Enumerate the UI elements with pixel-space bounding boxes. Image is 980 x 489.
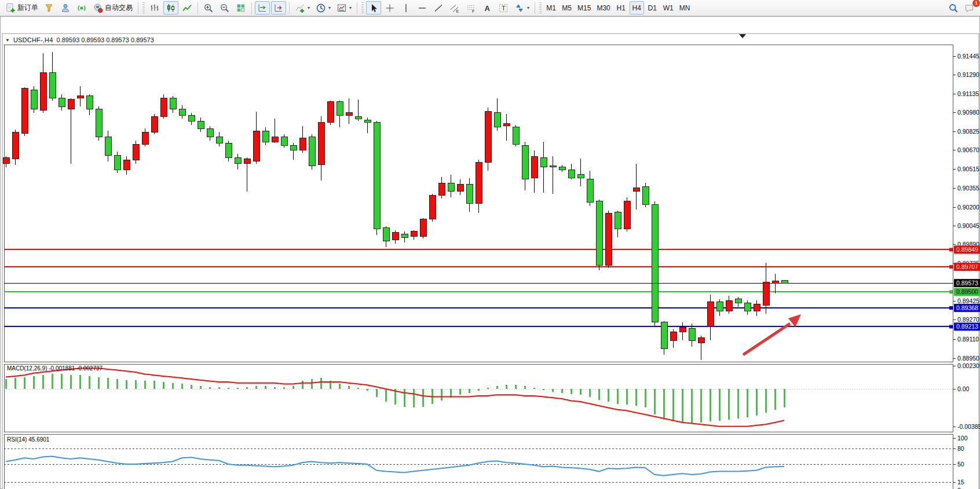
level-line-handle[interactable] [949, 290, 953, 293]
tf-mn-button[interactable]: MN [677, 1, 693, 14]
candle-body [133, 144, 139, 160]
line-chart-button[interactable] [180, 1, 195, 14]
candle-body [707, 302, 714, 326]
vertical-line-button[interactable] [398, 1, 414, 14]
tf-m5-button[interactable]: M5 [560, 1, 574, 14]
candle-body [105, 137, 111, 155]
crosshair-button[interactable] [382, 1, 397, 14]
candle-body [309, 137, 315, 166]
tf-d1-button[interactable]: D1 [645, 1, 660, 14]
auto-scroll-button[interactable] [255, 1, 270, 14]
toolbar-grip[interactable] [361, 2, 364, 14]
candle-body [429, 195, 436, 219]
autotrading-button[interactable]: 自动交易 [90, 1, 135, 14]
rsi-axis-label: 15 [957, 479, 964, 486]
level-price-label: 0.89707 [956, 263, 978, 270]
horizontal-line-button[interactable] [415, 1, 430, 14]
tf-h4-button[interactable]: H4 [630, 1, 644, 14]
template-icon [337, 3, 347, 13]
toolbar-separator [535, 2, 535, 14]
channel-button[interactable]: E [447, 1, 462, 14]
chart-window[interactable]: ▼ USDCHF-,H4 0.89593 0.89593 0.89573 0.8… [0, 16, 980, 489]
trendline-button[interactable] [431, 1, 446, 14]
candle-body [355, 116, 361, 119]
candle-body [346, 113, 352, 115]
search-button[interactable] [946, 1, 961, 14]
main-toolbar: 新订单自动交易▾▾▾EFAT▾M1M5M15M30H1H4D1W1MN1 [0, 0, 980, 16]
level-line-handle[interactable] [949, 248, 953, 251]
notifications-button[interactable]: 1 [962, 1, 977, 14]
zoom-out-button[interactable] [217, 1, 232, 14]
level-line-handle[interactable] [949, 306, 953, 310]
tf-w1-button[interactable]: W1 [661, 1, 676, 14]
channel-icon: E [449, 3, 460, 13]
level-price-label: 0.89213 [956, 323, 978, 330]
clock-icon [316, 3, 326, 13]
tf-h1-button[interactable]: H1 [614, 1, 628, 14]
periods-button[interactable]: ▾ [313, 1, 333, 14]
tiles-icon [236, 3, 246, 13]
candle-body [225, 143, 232, 157]
price-axis-label: 0.90515 [957, 166, 979, 172]
rsi-pane[interactable] [4, 434, 953, 489]
collapse-chart-icon[interactable]: ▼ [5, 38, 10, 43]
chart-title-bar: ▼ USDCHF-,H4 0.89593 0.89593 0.89573 0.8… [5, 36, 154, 43]
candle-body [21, 89, 28, 133]
arrows-button[interactable]: ▾ [512, 1, 532, 14]
community-button[interactable] [58, 1, 73, 14]
toolbar-grip[interactable] [142, 2, 145, 14]
candle-body [151, 116, 158, 132]
chart-shift-button[interactable] [271, 1, 286, 14]
chart-canvas[interactable]: 0.914450.912900.911350.909800.908250.906… [1, 17, 980, 489]
macd-axis-label: 0.00 [957, 385, 970, 392]
signals-button[interactable] [74, 1, 89, 14]
label-button[interactable]: T [496, 1, 511, 14]
candle-body [299, 138, 306, 150]
doc-plus-icon [5, 3, 16, 13]
level-line-handle[interactable] [949, 325, 953, 328]
candle-body [661, 322, 667, 349]
candle-body [401, 234, 408, 237]
cursor-button[interactable] [366, 1, 381, 14]
price-axis-label: 0.89425 [957, 297, 979, 304]
toolbar-separator [138, 2, 138, 14]
candle-body [550, 166, 556, 167]
rsi-axis-label: 100 [957, 435, 968, 442]
candle-body [142, 132, 148, 144]
funnel-icon [44, 3, 54, 13]
rsi-indicator-label: RSI(14) 45.6901 [7, 436, 50, 443]
candle-body [374, 123, 380, 229]
level-line-handle[interactable] [949, 265, 953, 269]
candle-body [522, 145, 528, 179]
fibonacci-button[interactable]: F [463, 1, 478, 14]
toolbar-separator [198, 2, 198, 14]
bar-chart-button[interactable] [147, 1, 162, 14]
candle-body [3, 157, 9, 163]
tile-windows-button[interactable] [233, 1, 248, 14]
candle-chart-button[interactable] [163, 1, 178, 14]
indicators-button[interactable]: ▾ [292, 1, 312, 14]
text-button[interactable]: A [480, 1, 495, 14]
candle-body [587, 179, 593, 203]
current-price-label: 0.89573 [956, 280, 978, 286]
candle-body [318, 123, 324, 165]
price-axis-label: 0.90980 [957, 109, 979, 116]
tf-m30-button[interactable]: M30 [594, 1, 612, 14]
mql-editor-button[interactable] [42, 1, 57, 14]
rsi-axis-label: 0 [957, 487, 961, 489]
candle-body [476, 163, 482, 204]
candle-body [160, 98, 167, 116]
templates-button[interactable]: ▾ [334, 1, 354, 14]
candle-body [281, 137, 287, 146]
candle-body [689, 328, 695, 340]
new-order-button[interactable]: 新订单 [3, 1, 41, 14]
tf-m1-button[interactable]: M1 [544, 1, 558, 14]
zoom-in-button[interactable] [201, 1, 216, 14]
toolbar-grip[interactable] [539, 2, 542, 14]
candle-body [466, 184, 473, 203]
candle-body [670, 332, 677, 340]
tf-m15-button[interactable]: M15 [575, 1, 593, 14]
candle-body [272, 137, 278, 142]
candle-body [253, 131, 259, 161]
price-axis-label: 0.90670 [957, 146, 979, 153]
